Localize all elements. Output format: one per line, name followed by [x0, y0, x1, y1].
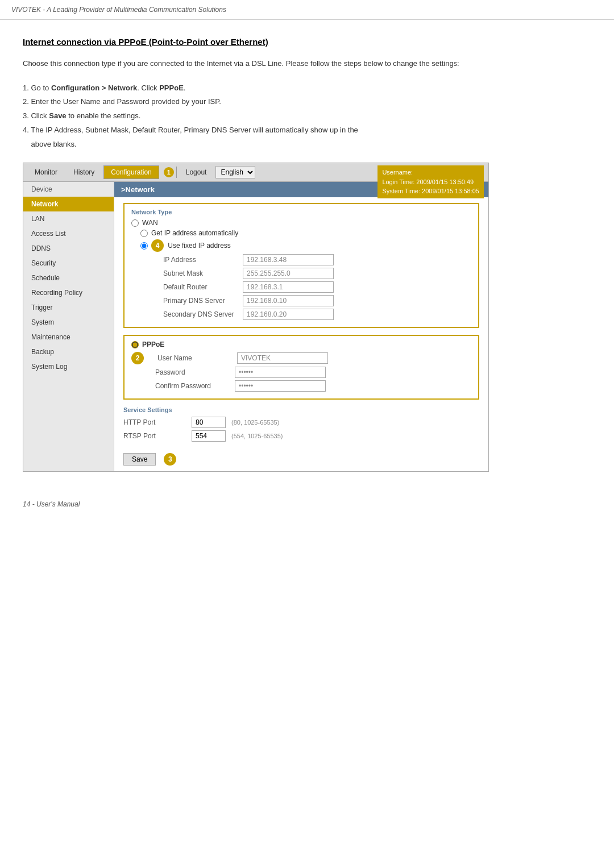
- password-input[interactable]: [235, 367, 326, 378]
- pppoe-header: PPPoE: [131, 340, 471, 348]
- http-port-row: HTTP Port (80, 1025-65535): [123, 417, 479, 428]
- password-row: Password: [131, 367, 471, 378]
- panel-body: Device Network LAN Access List DDNS Secu…: [23, 182, 488, 471]
- banner-text: VIVOTEK - A Leading Provider of Multimed…: [11, 6, 226, 14]
- http-port-input[interactable]: [192, 417, 226, 428]
- service-settings-section: Service Settings HTTP Port (80, 1025-655…: [123, 406, 479, 446]
- default-router-row: Default Router: [152, 281, 471, 293]
- system-time: System Time: 2009/01/15 13:58:05: [382, 186, 479, 196]
- wan-radio[interactable]: [131, 219, 139, 227]
- sidebar-item-security[interactable]: Security: [23, 256, 114, 271]
- save-button[interactable]: Save: [123, 453, 156, 466]
- password-field-label: Password: [144, 368, 235, 376]
- confirm-password-input[interactable]: [235, 380, 326, 392]
- get-ip-auto-row: Get IP address automatically: [140, 229, 471, 237]
- badge2: 2: [131, 352, 144, 364]
- login-time: Login Time: 2009/01/15 13:50:49: [382, 177, 479, 187]
- step1-badge: 1: [164, 167, 174, 177]
- sidebar-item-access-list[interactable]: Access List: [23, 226, 114, 241]
- pppoe-section: PPPoE 2 User Name Password: [123, 335, 479, 400]
- service-legend: Service Settings: [123, 406, 479, 413]
- fixed-ip-fields: IP Address Subnet Mask Default Router: [131, 254, 471, 320]
- nav-bar: Monitor History Configuration 1 Logout E…: [23, 163, 488, 182]
- step-3: 3. Click Save to enable the settings.: [23, 109, 591, 123]
- rtsp-port-row: RTSP Port (554, 1025-65535): [123, 430, 479, 442]
- sidebar-item-schedule[interactable]: Schedule: [23, 271, 114, 285]
- intro-text: Choose this connection type if you are c…: [23, 58, 591, 70]
- footer-text: 14 - User's Manual: [23, 500, 80, 508]
- page-title: Internet connection via PPPoE (Point-to-…: [23, 37, 591, 47]
- ip-address-label: IP Address: [152, 256, 243, 264]
- step-1: 1. Go to Configuration > Network. Click …: [23, 81, 591, 95]
- subnet-mask-input[interactable]: [243, 268, 334, 279]
- steps-list: 1. Go to Configuration > Network. Click …: [23, 81, 591, 151]
- sidebar-item-ddns[interactable]: DDNS: [23, 241, 114, 256]
- step1-bold1: Configuration > Network: [51, 84, 137, 92]
- save-row: Save 3: [123, 453, 479, 466]
- nav-separator: [176, 167, 177, 178]
- ui-panel: Monitor History Configuration 1 Logout E…: [23, 163, 489, 472]
- panel-content: Network Type WAN Get IP address automati…: [114, 197, 488, 471]
- secondary-dns-row: Secondary DNS Server: [152, 309, 471, 320]
- username-label: Username:: [382, 168, 479, 177]
- sidebar: Device Network LAN Access List DDNS Secu…: [23, 182, 114, 471]
- username-row: 2 User Name: [131, 352, 471, 364]
- history-tab[interactable]: History: [67, 166, 101, 178]
- sidebar-item-backup[interactable]: Backup: [23, 344, 114, 359]
- logout-tab[interactable]: Logout: [179, 166, 214, 178]
- configuration-tab[interactable]: Configuration: [103, 165, 159, 179]
- sidebar-item-recording-policy[interactable]: Recording Policy: [23, 285, 114, 300]
- ip-address-row: IP Address: [152, 254, 471, 265]
- get-ip-auto-label: Get IP address automatically: [151, 229, 238, 237]
- pppoe-radio[interactable]: [131, 341, 139, 348]
- network-type-legend: Network Type: [131, 209, 471, 215]
- sidebar-item-device[interactable]: Device: [23, 182, 114, 197]
- sidebar-item-trigger[interactable]: Trigger: [23, 300, 114, 315]
- footer: 14 - User's Manual: [0, 489, 614, 520]
- sidebar-item-system[interactable]: System: [23, 315, 114, 330]
- step-4: 4. The IP Address, Subnet Mask, Default …: [23, 123, 591, 151]
- secondary-dns-label: Secondary DNS Server: [152, 310, 243, 318]
- use-fixed-ip-label: 4 Use fixed IP address: [151, 239, 231, 252]
- sidebar-item-network[interactable]: Network: [23, 197, 114, 211]
- step1-bold2: PPPoE: [159, 84, 184, 92]
- get-ip-auto-radio[interactable]: [140, 230, 148, 237]
- rtsp-port-input[interactable]: [192, 430, 226, 442]
- main-content: Internet connection via PPPoE (Point-to-…: [0, 20, 614, 489]
- use-fixed-ip-radio[interactable]: [140, 242, 148, 250]
- rtsp-port-hint: (554, 1025-65535): [231, 433, 283, 439]
- username-input[interactable]: [237, 352, 328, 364]
- rtsp-port-label: RTSP Port: [123, 432, 192, 440]
- wan-radio-row: WAN: [131, 219, 471, 227]
- language-select[interactable]: English: [215, 166, 255, 178]
- http-port-hint: (80, 1025-65535): [231, 419, 279, 426]
- primary-dns-label: Primary DNS Server: [152, 297, 243, 305]
- subnet-mask-row: Subnet Mask: [152, 268, 471, 279]
- secondary-dns-input[interactable]: [243, 309, 334, 320]
- username-field-label: User Name: [146, 354, 237, 362]
- sidebar-item-maintenance[interactable]: Maintenance: [23, 330, 114, 344]
- confirm-password-label: Confirm Password: [144, 382, 235, 390]
- primary-dns-input[interactable]: [243, 295, 334, 306]
- top-banner: VIVOTEK - A Leading Provider of Multimed…: [0, 0, 614, 20]
- default-router-label: Default Router: [152, 283, 243, 291]
- network-type-section: Network Type WAN Get IP address automati…: [123, 203, 479, 328]
- default-router-input[interactable]: [243, 281, 334, 293]
- step3-bold: Save: [49, 111, 66, 120]
- subnet-mask-label: Subnet Mask: [152, 269, 243, 277]
- monitor-tab[interactable]: Monitor: [28, 166, 64, 178]
- http-port-label: HTTP Port: [123, 418, 192, 426]
- badge4: 4: [151, 239, 164, 252]
- ip-type-options: Get IP address automatically 4 Use fixed…: [131, 229, 471, 254]
- ip-address-input[interactable]: [243, 254, 334, 265]
- sidebar-item-lan[interactable]: LAN: [23, 211, 114, 226]
- primary-dns-row: Primary DNS Server: [152, 295, 471, 306]
- panel-main: >Network Network Type WAN Get IP address: [114, 182, 488, 471]
- pppoe-label: PPPoE: [142, 340, 164, 348]
- user-info-box: Username: Login Time: 2009/01/15 13:50:4…: [377, 165, 484, 198]
- badge3: 3: [164, 453, 176, 466]
- wan-label: WAN: [142, 219, 158, 227]
- confirm-password-row: Confirm Password: [131, 380, 471, 392]
- sidebar-item-system-log[interactable]: System Log: [23, 359, 114, 374]
- use-fixed-ip-row: 4 Use fixed IP address: [140, 239, 471, 252]
